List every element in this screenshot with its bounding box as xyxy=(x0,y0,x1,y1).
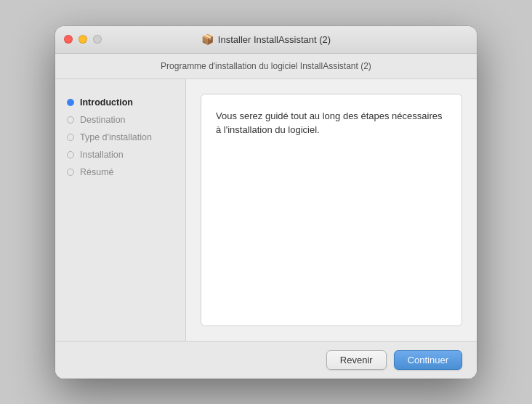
installer-window: 📦 Installer InstallAssistant (2) Program… xyxy=(55,26,477,379)
intro-text: Vous serez guidé tout au long des étapes… xyxy=(216,109,447,137)
sidebar-label-destination: Destination xyxy=(80,115,126,125)
traffic-lights xyxy=(64,35,102,44)
window-title: 📦 Installer InstallAssistant (2) xyxy=(201,33,331,45)
sidebar-item-installation[interactable]: Installation xyxy=(55,146,185,163)
sidebar-label-resume: Résumé xyxy=(80,167,114,177)
sidebar-label-type-installation: Type d'installation xyxy=(80,132,152,142)
title-bar: 📦 Installer InstallAssistant (2) xyxy=(55,26,477,54)
sidebar-item-destination[interactable]: Destination xyxy=(55,111,185,129)
close-button[interactable] xyxy=(64,35,73,44)
content-area: IntroductionDestinationType d'installati… xyxy=(55,79,477,341)
title-emoji: 📦 xyxy=(201,33,214,45)
footer: Revenir Continuer xyxy=(55,341,477,379)
sidebar-label-introduction: Introduction xyxy=(80,97,133,108)
sidebar-item-introduction[interactable]: Introduction xyxy=(55,94,185,111)
sidebar-label-installation: Installation xyxy=(80,150,124,160)
sidebar-dot-resume xyxy=(67,169,74,176)
main-content: Vous serez guidé tout au long des étapes… xyxy=(186,79,477,341)
subtitle-text: Programme d'installation du logiciel Ins… xyxy=(161,61,371,71)
continue-button[interactable]: Continuer xyxy=(394,350,462,370)
minimize-button[interactable] xyxy=(78,35,87,44)
sidebar-dot-installation xyxy=(67,151,74,158)
sidebar-dot-destination xyxy=(67,116,74,124)
zoom-button[interactable] xyxy=(93,35,102,44)
subtitle-bar: Programme d'installation du logiciel Ins… xyxy=(55,54,477,79)
sidebar-dot-type-installation xyxy=(67,134,74,141)
sidebar-dot-introduction xyxy=(67,99,74,106)
content-box: Vous serez guidé tout au long des étapes… xyxy=(201,94,462,326)
sidebar: IntroductionDestinationType d'installati… xyxy=(55,79,186,341)
sidebar-item-type-installation[interactable]: Type d'installation xyxy=(55,129,185,146)
back-button[interactable]: Revenir xyxy=(326,350,387,370)
sidebar-item-resume[interactable]: Résumé xyxy=(55,163,185,181)
title-text: Installer InstallAssistant (2) xyxy=(218,34,331,45)
